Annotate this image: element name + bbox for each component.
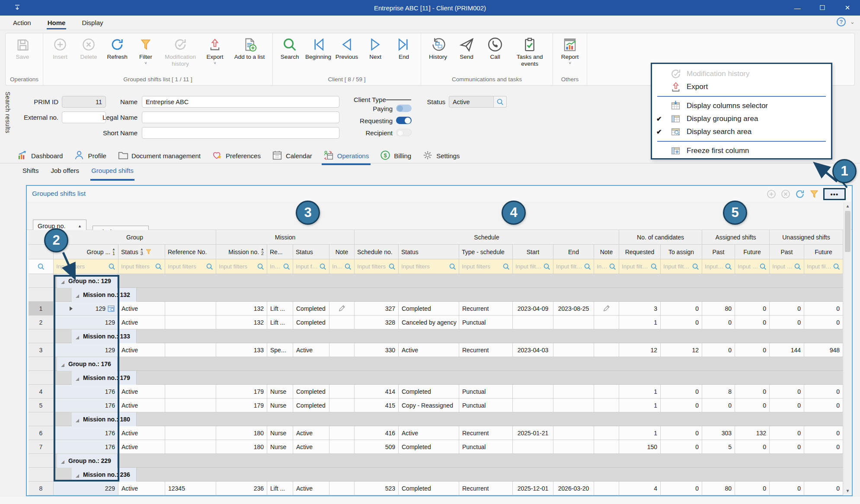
cell-unassigned-future[interactable]: 0 bbox=[804, 426, 843, 440]
magnifier-small-icon[interactable] bbox=[794, 263, 801, 270]
cell-group-status[interactable]: Active bbox=[118, 399, 165, 412]
cell-schedule-no[interactable]: 416 bbox=[355, 426, 399, 440]
menu-item-display[interactable]: Display bbox=[81, 16, 104, 29]
status-lookup-button[interactable] bbox=[494, 96, 507, 108]
context-menu-item-display-columns-selector[interactable]: Display columns selector bbox=[652, 99, 831, 112]
note-pencil-icon[interactable] bbox=[338, 305, 345, 312]
cell-start[interactable]: 2023-04-09 bbox=[513, 302, 553, 316]
cell-schedule-status[interactable]: Active bbox=[399, 426, 459, 440]
filter-input-assigned-past[interactable]: Input filters bbox=[702, 259, 735, 274]
row-number-cell[interactable]: 4 bbox=[29, 385, 54, 399]
cell-mission-status[interactable]: Completed bbox=[293, 302, 329, 316]
maximize-button[interactable]: ☐ bbox=[810, 0, 835, 16]
grid-group-row[interactable]: Mission no.: 180 bbox=[29, 412, 843, 426]
group-row-label[interactable]: Mission no.: 180 bbox=[72, 412, 137, 426]
magnifier-small-icon[interactable] bbox=[584, 263, 591, 270]
cell-schedule-note[interactable] bbox=[594, 385, 619, 399]
cell-assigned-past[interactable]: 80 bbox=[702, 482, 735, 495]
subtab-job-offers[interactable]: Job offers bbox=[51, 167, 80, 178]
column-header-assigned-past[interactable]: Past bbox=[702, 245, 735, 259]
column-header-reference-no[interactable]: Reference No. bbox=[165, 245, 216, 259]
cell-end[interactable] bbox=[553, 399, 594, 412]
tab-profile[interactable]: Profile bbox=[74, 150, 106, 162]
filter-input-assigned-future[interactable]: Input filters bbox=[735, 259, 770, 274]
column-header-schedule-no[interactable]: Schedule no. bbox=[355, 245, 399, 259]
cell-end[interactable] bbox=[553, 426, 594, 440]
filter-input-type-schedule[interactable]: Input filters bbox=[459, 259, 513, 274]
cell-to-assign[interactable]: 0 bbox=[661, 440, 702, 454]
grid-data-row[interactable]: 5176Active179NurseCompleted415Copy - Rea… bbox=[29, 399, 843, 412]
grid-group-row[interactable]: Mission no.: 133 bbox=[29, 329, 843, 343]
cell-mission-no[interactable]: 179 bbox=[216, 399, 267, 412]
filter-input-group-no[interactable]: Input filters bbox=[54, 259, 118, 274]
ribbon-button-add-to-a-list[interactable]: Add to a list bbox=[229, 36, 270, 61]
cell-mission-note[interactable] bbox=[329, 440, 355, 454]
magnifier-small-icon[interactable] bbox=[283, 263, 290, 270]
grid-group-row[interactable]: Group no.: 129 bbox=[29, 274, 843, 288]
cell-group-status[interactable]: Active bbox=[118, 316, 165, 329]
cell-schedule-no[interactable]: 509 bbox=[355, 440, 399, 454]
cell-reference-no[interactable] bbox=[165, 385, 216, 399]
filter-input-end[interactable]: Input filters bbox=[553, 259, 594, 274]
cell-schedule-no[interactable]: 415 bbox=[355, 399, 399, 412]
cell-to-assign[interactable]: 0 bbox=[661, 426, 702, 440]
cell-unassigned-future[interactable]: 0 bbox=[804, 302, 843, 316]
cell-unassigned-past[interactable]: 0 bbox=[770, 316, 804, 329]
ribbon-button-end[interactable]: End bbox=[390, 36, 418, 61]
cell-start[interactable]: 2023-04-03 bbox=[513, 343, 553, 357]
cell-group-no[interactable]: 129 bbox=[54, 302, 118, 316]
cell-type-schedule[interactable]: Recurrent bbox=[459, 343, 513, 357]
cell-end[interactable]: 2026-03-20 bbox=[553, 482, 594, 495]
menu-item-home[interactable]: Home bbox=[47, 16, 67, 29]
grid-data-row[interactable]: 4176Active179NurseCompleted414CompletedP… bbox=[29, 385, 843, 399]
cell-group-status[interactable]: Active bbox=[118, 482, 165, 495]
cell-requested[interactable]: 12 bbox=[619, 343, 661, 357]
filter-input-requested[interactable]: Input filters bbox=[619, 259, 661, 274]
cell-group-status[interactable]: Active bbox=[118, 440, 165, 454]
column-header-requested[interactable]: Requested bbox=[619, 245, 661, 259]
cell-unassigned-past[interactable]: 0 bbox=[770, 426, 804, 440]
column-header-start[interactable]: Start bbox=[513, 245, 553, 259]
ribbon-button-export[interactable]: Export˅ bbox=[201, 36, 229, 65]
collapse-group-icon[interactable] bbox=[75, 376, 80, 380]
cell-schedule-status[interactable]: Completed bbox=[399, 440, 459, 454]
cell-start[interactable] bbox=[513, 399, 553, 412]
cell-requested[interactable]: 1 bbox=[619, 316, 661, 329]
cell-to-assign[interactable]: 12 bbox=[661, 343, 702, 357]
filter-input-role[interactable]: Input filters bbox=[267, 259, 293, 274]
row-number-cell[interactable]: 7 bbox=[29, 440, 54, 454]
cell-reference-no[interactable] bbox=[165, 440, 216, 454]
column-header-mission-no[interactable]: Mission no.▲2 bbox=[216, 245, 267, 259]
panel-toolbar-refresh-small-icon[interactable] bbox=[795, 189, 805, 199]
cell-reference-no[interactable]: 12345 bbox=[165, 482, 216, 495]
cell-start[interactable] bbox=[513, 316, 553, 329]
cell-schedule-status[interactable]: Canceled by agency bbox=[399, 316, 459, 329]
close-button[interactable]: ✕ bbox=[835, 0, 860, 16]
grid-data-row[interactable]: 6176Active180NurseActive416ActiveRecurre… bbox=[29, 426, 843, 440]
cell-schedule-note[interactable] bbox=[594, 302, 619, 316]
cell-requested[interactable]: 1 bbox=[619, 426, 661, 440]
cell-assigned-future[interactable]: 132 bbox=[735, 426, 770, 440]
filter-input-mission-status[interactable]: Input filters bbox=[293, 259, 329, 274]
filter-input-unassigned-past[interactable]: Input filters bbox=[770, 259, 804, 274]
cell-unassigned-past[interactable]: 0 bbox=[770, 385, 804, 399]
cell-schedule-note[interactable] bbox=[594, 343, 619, 357]
cell-unassigned-future[interactable]: 0 bbox=[804, 440, 843, 454]
magnifier-small-icon[interactable] bbox=[449, 263, 456, 270]
magnifier-small-icon[interactable] bbox=[344, 263, 352, 270]
tab-operations[interactable]: Operations bbox=[323, 150, 369, 162]
cell-schedule-note[interactable] bbox=[594, 426, 619, 440]
short-name-field[interactable] bbox=[142, 127, 339, 139]
cell-assigned-future[interactable]: 0 bbox=[735, 343, 770, 357]
cell-unassigned-past[interactable]: 0 bbox=[770, 482, 804, 495]
cell-mission-note[interactable] bbox=[329, 482, 355, 495]
cell-role[interactable]: Nurse bbox=[267, 385, 293, 399]
cell-schedule-no[interactable]: 328 bbox=[355, 316, 399, 329]
cell-schedule-no[interactable]: 523 bbox=[355, 482, 399, 495]
grid-group-row[interactable]: Group no.: 176 bbox=[29, 357, 843, 371]
cell-schedule-status[interactable]: Completed bbox=[399, 302, 459, 316]
cell-unassigned-future[interactable]: 948 bbox=[804, 343, 843, 357]
cell-schedule-status[interactable]: Completed bbox=[399, 385, 459, 399]
help-icon[interactable]: ? bbox=[837, 17, 846, 26]
filter-input-start[interactable]: Input filters bbox=[513, 259, 553, 274]
